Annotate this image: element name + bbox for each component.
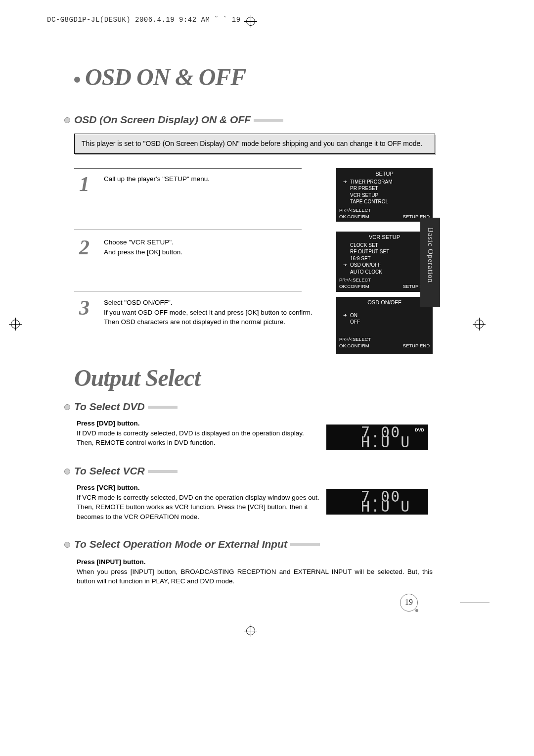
display-panel-vcr: 7.00 H.U U: [326, 489, 428, 515]
heading-text: OSD (On Screen Display) ON & OFF: [74, 114, 251, 125]
line: And press the [OK] button.: [104, 248, 182, 256]
seg-line: H.U U: [361, 433, 410, 451]
crop-mark-top: [244, 15, 257, 28]
side-tab-label: Basic Operation: [426, 228, 435, 283]
osd-item: RF OUTPUT SET: [336, 248, 433, 255]
osd-title: SETUP: [336, 168, 433, 179]
line: Select "OSD ON/OFF".: [104, 299, 173, 306]
osd-footer: PR+/-:SELECT OK:CONFIRM SETUP:END: [336, 275, 433, 290]
osd-item: OSD ON/OFF: [336, 262, 433, 269]
crop-mark-right: [473, 318, 486, 331]
opmode-paragraph: Press [INPUT] button. When you press [IN…: [77, 557, 433, 586]
osd-menu-vcrsetup: VCR SETUP CLOCK SET RF OUTPUT SET 16:9 S…: [336, 232, 433, 292]
page-number-badge: 19: [400, 594, 418, 612]
osd-menu-setup: SETUP TIMER PROGRAM PR PRESET VCR SETUP …: [336, 168, 433, 222]
osd-foot: OK:CONFIRM: [339, 343, 369, 348]
step-text: Call up the player's "SETUP" menu.: [104, 174, 321, 184]
heading-text: To Select DVD: [74, 401, 145, 412]
divider: [74, 291, 302, 291]
osd-foot: PR+/-:SELECT: [339, 277, 371, 283]
step-text: Choose "VCR SETUP". And press the [OK] b…: [104, 237, 321, 257]
dvd-paragraph: Press [DVD] button. If DVD mode is corre…: [77, 419, 319, 448]
osd-menu-osdonoff: OSD ON/OFF ON OFF PR+/-:SELECT OK:CONFIR…: [336, 297, 433, 354]
osd-title: OSD ON/OFF: [336, 297, 433, 307]
osd-item: VCR SETUP: [336, 192, 433, 199]
divider: [74, 168, 302, 169]
body-line: If DVD mode is correctly selected, DVD i…: [77, 429, 304, 447]
body-line: When you press [INPUT] button, BROADCAST…: [77, 568, 433, 585]
section-heading-osd: OSD (On Screen Display) ON & OFF: [64, 114, 283, 126]
osd-footer: PR+/-:SELECT OK:CONFIRM SETUP:END: [336, 205, 433, 220]
bullet-icon: [64, 469, 70, 474]
bullet-icon: [74, 77, 80, 83]
line: If you want OSD OFF mode, select it and …: [104, 309, 312, 316]
dvd-indicator: DVD: [415, 427, 424, 432]
section-heading-vcr: To Select VCR: [64, 465, 178, 477]
osd-foot: OK:CONFIRM: [339, 214, 369, 219]
osd-foot: OK:CONFIRM: [339, 284, 369, 289]
osd-item: TIMER PROGRAM: [336, 179, 433, 186]
seven-segment-icon: 7.00 H.U U: [361, 427, 410, 447]
section-heading-dvd: To Select DVD: [64, 401, 178, 413]
section-heading-opmode: To Select Operation Mode or External Inp…: [64, 538, 320, 550]
title-text: OSD ON & OFF: [85, 64, 246, 90]
crop-line: [460, 603, 490, 603]
osd-item: TAPE CONTROL: [336, 198, 433, 205]
osd-title: VCR SETUP: [336, 232, 433, 242]
osd-item: AUTO CLOCK: [336, 269, 433, 276]
heading-text: To Select VCR: [74, 465, 145, 476]
heading-text: To Select Operation Mode or External Inp…: [74, 538, 287, 550]
page-title-output: Output Select: [74, 364, 200, 391]
osd-item: CLOCK SET: [336, 242, 433, 249]
side-tab: Basic Operation: [420, 218, 440, 307]
bold-line: Press [DVD] button.: [77, 420, 140, 427]
osd-footer: PR+/-:SELECT OK:CONFIRM SETUP:END: [336, 334, 433, 349]
osd-item: OFF: [336, 319, 433, 326]
osd-item: PR PRESET: [336, 185, 433, 192]
bold-line: Press [INPUT] button.: [77, 558, 146, 566]
display-panel-dvd: 7.00 H.U U DVD: [326, 425, 428, 450]
divider: [74, 230, 302, 230]
line: Choose "VCR SETUP".: [104, 238, 174, 246]
line: Then OSD characters are not displayed in…: [104, 318, 285, 326]
seven-segment-icon: 7.00 H.U U: [361, 492, 410, 512]
osd-foot: PR+/-:SELECT: [339, 207, 371, 213]
print-header: DC-G8GD1P-JL(DESUK) 2006.4.19 9:42 AM ˘ …: [47, 16, 241, 24]
vcr-paragraph: Press [VCR] button. If VCR mode is corre…: [77, 483, 324, 521]
osd-item: 16:9 SET: [336, 255, 433, 262]
step-number: 3: [79, 296, 89, 320]
body-line: If VCR mode is correctly selected, DVD o…: [77, 494, 319, 520]
bullet-icon: [64, 117, 70, 123]
bullet-icon: [64, 542, 70, 548]
bullet-icon: [64, 404, 70, 410]
crop-mark-left: [9, 318, 22, 331]
osd-foot: PR+/-:SELECT: [339, 336, 371, 342]
step-number: 1: [79, 172, 89, 196]
seg-line: H.U U: [361, 498, 410, 515]
osd-foot: SETUP:END: [403, 343, 430, 349]
osd-item: ON: [336, 312, 433, 319]
step-text: Select "OSD ON/OFF". If you want OSD OFF…: [104, 298, 321, 327]
bold-line: Press [VCR] button.: [77, 484, 140, 491]
intro-box: This player is set to "OSD (On Screen Di…: [74, 134, 435, 154]
step-number: 2: [79, 236, 89, 259]
crop-mark-bottom: [244, 624, 257, 637]
page-title-osd: OSD ON & OFF: [74, 63, 246, 91]
